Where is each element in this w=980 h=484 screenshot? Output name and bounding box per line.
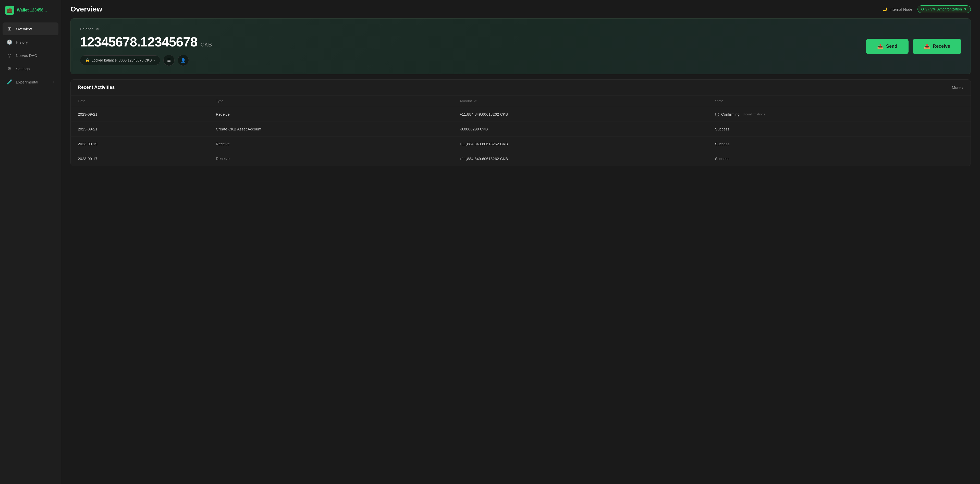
receive-label: Receive [933, 44, 950, 49]
more-label: More [952, 85, 961, 89]
node-label: Internal Node [889, 7, 912, 11]
sidebar-item-overview-label: Overview [16, 27, 32, 31]
send-label: Send [886, 44, 897, 49]
address-book-icon: 👤 [181, 58, 186, 63]
cell-state: Success [708, 137, 970, 151]
balance-unit: CKB [200, 41, 212, 48]
balance-actions-row: 🔒 Locked balance: 3000.12345678 CKB › ☰ … [80, 55, 212, 66]
sidebar-item-history[interactable]: 🕐 History [3, 36, 59, 48]
activities-card: Recent Activities More › Date Type Amoun… [70, 80, 971, 166]
balance-label-row: Balance 👁 [80, 27, 212, 31]
page-title: Overview [70, 5, 102, 13]
sync-badge[interactable]: 97.9% Synchronization ▼ [918, 5, 971, 13]
balance-amount-row: 12345678.12345678 CKB [80, 34, 212, 49]
sidebar-item-experimental[interactable]: 🧪 Experimental › [3, 76, 59, 88]
sidebar-item-nervos-dao[interactable]: ◎ Nervos DAO [3, 49, 59, 62]
cell-date: 2023-09-19 [71, 137, 209, 151]
send-icon: 📤 [877, 43, 883, 49]
lock-icon: 🔒 [85, 58, 89, 62]
cell-amount: +11,884,849.60618262 CKB [452, 107, 708, 122]
cell-amount: -0.0000299 CKB [452, 122, 708, 137]
address-book-icon-button[interactable]: 👤 [178, 55, 189, 66]
nervos-dao-icon: ◎ [6, 53, 12, 58]
wallet-icon: 💼 [5, 6, 14, 15]
cell-state: Success [708, 151, 970, 166]
locked-balance-button[interactable]: 🔒 Locked balance: 3000.12345678 CKB › [80, 56, 160, 65]
cell-date: 2023-09-21 [71, 107, 209, 122]
list-icon: ☰ [167, 58, 171, 63]
receive-icon: 📥 [924, 43, 930, 49]
moon-icon: 🌙 [883, 7, 887, 11]
main-content: Overview 🌙 Internal Node 97.9% Synchroni… [61, 0, 980, 484]
balance-right: 📤 Send 📥 Receive [866, 39, 961, 54]
cell-type: Receive [209, 151, 452, 166]
receive-button[interactable]: 📥 Receive [913, 39, 961, 54]
send-button[interactable]: 📤 Send [866, 39, 908, 54]
activities-title: Recent Activities [78, 85, 115, 90]
sync-dot-icon [921, 8, 924, 11]
page-content: Balance 👁 12345678.12345678 CKB 🔒 Locked… [61, 18, 980, 175]
cell-amount: +11,884,849.60618262 CKB [452, 151, 708, 166]
table-row[interactable]: 2023-09-21Create CKB Asset Account-0.000… [71, 122, 970, 137]
col-header-state: State [708, 96, 970, 107]
table-row[interactable]: 2023-09-19Receive+11,884,849.60618262 CK… [71, 137, 970, 151]
experimental-icon: 🧪 [6, 79, 12, 85]
cell-type: Receive [209, 107, 452, 122]
sidebar: 💼 Wallet 123456... ⊞ Overview 🕐 History … [0, 0, 61, 484]
sync-label: 97.9% Synchronization [925, 7, 962, 11]
activities-table: Date Type Amount 👁 State 2023-09-21Recei… [71, 96, 970, 166]
cell-type: Create CKB Asset Account [209, 122, 452, 137]
transactions-icon-button[interactable]: ☰ [163, 55, 175, 66]
activities-header: Recent Activities More › [71, 80, 970, 96]
sidebar-item-settings[interactable]: ⚙ Settings [3, 62, 59, 75]
confirmations-count: 8 confirmations [743, 112, 765, 116]
locked-balance-text: Locked balance: 3000.12345678 CKB [92, 58, 152, 62]
amount-eye-icon[interactable]: 👁 [473, 99, 477, 103]
history-icon: 🕐 [6, 39, 12, 45]
table-row[interactable]: 2023-09-17Receive+11,884,849.60618262 CK… [71, 151, 970, 166]
more-link[interactable]: More › [952, 85, 963, 89]
more-arrow-icon: › [962, 85, 963, 89]
col-header-amount: Amount 👁 [452, 96, 708, 107]
node-status: 🌙 Internal Node [883, 7, 912, 11]
cell-type: Receive [209, 137, 452, 151]
cell-state: Success [708, 122, 970, 137]
settings-icon: ⚙ [6, 66, 12, 72]
sidebar-logo[interactable]: 💼 Wallet 123456... [0, 0, 61, 21]
state-confirming: Confirming 8 confirmations [715, 112, 963, 116]
confirming-spin-icon [715, 112, 719, 116]
cell-state: Confirming 8 confirmations [708, 107, 970, 122]
col-header-type: Type [209, 96, 452, 107]
col-header-date: Date [71, 96, 209, 107]
balance-number: 12345678.12345678 [80, 34, 197, 49]
locked-balance-arrow-icon: › [154, 59, 155, 62]
cell-date: 2023-09-21 [71, 122, 209, 137]
experimental-chevron-icon: › [53, 80, 54, 84]
sidebar-nav: ⊞ Overview 🕐 History ◎ Nervos DAO ⚙ Sett… [0, 21, 61, 90]
wallet-name: Wallet 123456... [17, 8, 47, 13]
balance-card: Balance 👁 12345678.12345678 CKB 🔒 Locked… [70, 18, 971, 74]
cell-amount: +11,884,849.60618262 CKB [452, 137, 708, 151]
sidebar-item-nervos-dao-label: Nervos DAO [16, 53, 37, 58]
page-header: Overview 🌙 Internal Node 97.9% Synchroni… [61, 0, 980, 18]
balance-visibility-toggle[interactable]: 👁 [96, 27, 99, 31]
cell-date: 2023-09-17 [71, 151, 209, 166]
balance-text: Balance [80, 27, 94, 31]
sidebar-item-overview[interactable]: ⊞ Overview [3, 22, 59, 35]
sidebar-item-settings-label: Settings [16, 67, 30, 71]
sidebar-item-history-label: History [16, 40, 28, 45]
balance-left: Balance 👁 12345678.12345678 CKB 🔒 Locked… [80, 27, 212, 66]
confirming-label: Confirming [721, 112, 740, 116]
overview-icon: ⊞ [6, 26, 12, 32]
table-header-row: Date Type Amount 👁 State [71, 96, 970, 107]
table-row[interactable]: 2023-09-21Receive+11,884,849.60618262 CK… [71, 107, 970, 122]
sidebar-item-experimental-label: Experimental [16, 80, 38, 84]
header-right: 🌙 Internal Node 97.9% Synchronization ▼ [883, 5, 971, 13]
sync-dropdown-icon: ▼ [963, 7, 967, 11]
